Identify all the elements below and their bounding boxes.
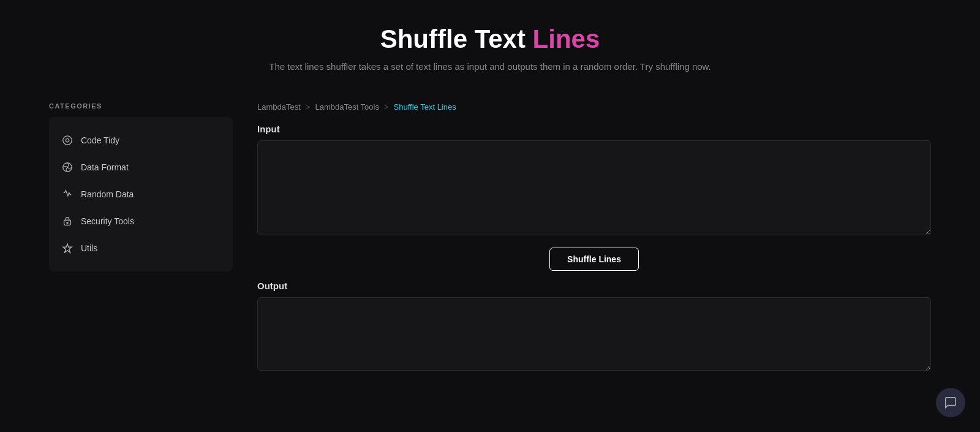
title-plain: Shuffle Text xyxy=(380,25,526,53)
sidebar-item-label-random-data: Random Data xyxy=(81,189,134,199)
page-header: Shuffle Text Lines The text lines shuffl… xyxy=(0,0,980,90)
code-tidy-icon xyxy=(61,134,74,146)
sidebar-item-random-data[interactable]: Random Data xyxy=(49,181,233,208)
svg-point-4 xyxy=(67,222,68,224)
sidebar-item-label-utils: Utils xyxy=(81,243,97,253)
output-label: Output xyxy=(257,281,931,291)
shuffle-lines-button[interactable]: Shuffle Lines xyxy=(549,248,639,271)
button-row: Shuffle Lines xyxy=(257,248,931,271)
svg-point-0 xyxy=(63,136,72,145)
sidebar-card: Code Tidy Data Format xyxy=(49,117,233,271)
sidebar-item-label-code-tidy: Code Tidy xyxy=(81,135,119,145)
breadcrumb-current: Shuffle Text Lines xyxy=(394,102,456,112)
input-label: Input xyxy=(257,124,931,134)
breadcrumb-sep-2: > xyxy=(384,102,389,112)
content-area: LambdaTest > LambdaTest Tools > Shuffle … xyxy=(257,102,931,384)
page-subtitle: The text lines shuffler takes a set of t… xyxy=(245,61,735,72)
sidebar-item-label-security-tools: Security Tools xyxy=(81,216,134,226)
svg-marker-5 xyxy=(63,244,72,252)
breadcrumb-tools[interactable]: LambdaTest Tools xyxy=(315,102,379,112)
chat-button[interactable] xyxy=(936,388,965,417)
input-section: Input xyxy=(257,124,931,238)
sidebar-item-code-tidy[interactable]: Code Tidy xyxy=(49,127,233,154)
random-data-icon xyxy=(61,188,74,200)
svg-point-1 xyxy=(66,138,69,142)
breadcrumb-sep-1: > xyxy=(306,102,311,112)
sidebar: CATEGORIES Code Tidy xyxy=(49,102,233,384)
utils-icon xyxy=(61,242,74,254)
output-section: Output xyxy=(257,281,931,373)
sidebar-item-label-data-format: Data Format xyxy=(81,162,129,172)
categories-label: CATEGORIES xyxy=(49,102,233,110)
chat-icon xyxy=(944,396,957,409)
input-textarea[interactable] xyxy=(257,140,931,235)
security-tools-icon xyxy=(61,215,74,227)
sidebar-item-utils[interactable]: Utils xyxy=(49,235,233,262)
breadcrumb: LambdaTest > LambdaTest Tools > Shuffle … xyxy=(257,102,931,112)
output-textarea[interactable] xyxy=(257,297,931,371)
title-highlight: Lines xyxy=(533,25,600,53)
main-layout: CATEGORIES Code Tidy xyxy=(0,90,980,396)
page-title: Shuffle Text Lines xyxy=(12,25,968,54)
data-format-icon xyxy=(61,161,74,173)
sidebar-item-security-tools[interactable]: Security Tools xyxy=(49,208,233,235)
sidebar-item-data-format[interactable]: Data Format xyxy=(49,154,233,181)
breadcrumb-lambdatest[interactable]: LambdaTest xyxy=(257,102,301,112)
